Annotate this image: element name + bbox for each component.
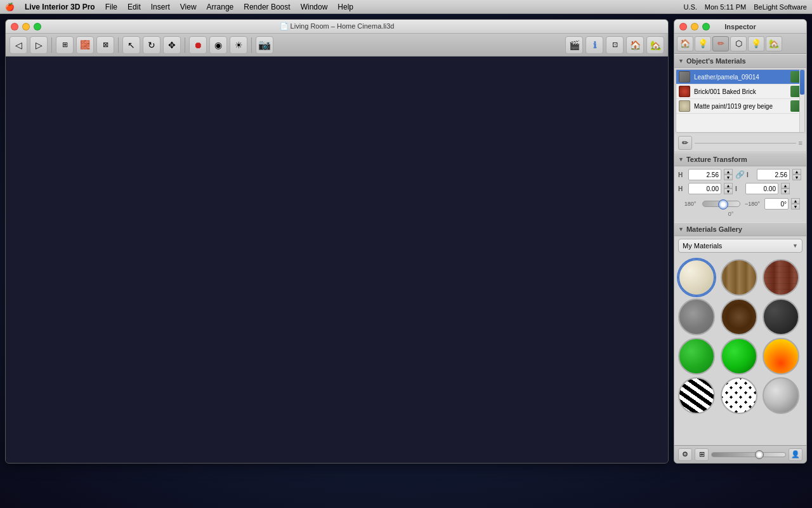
gallery-item-metal[interactable] — [763, 377, 799, 414]
2d-view-button[interactable]: ⊡ — [606, 36, 624, 54]
menu-country: U.S. — [683, 3, 697, 11]
bottom-slider-handle[interactable] — [755, 450, 764, 459]
bottom-gear-btn[interactable]: ⚙ — [678, 448, 692, 461]
gallery-item-green2[interactable] — [721, 338, 757, 375]
transform-row-width: H ▲ ▼ 🔗 I ▲ ▼ — [678, 169, 802, 180]
wall-button[interactable]: 🧱 — [76, 36, 94, 54]
gallery-section-header[interactable]: ▼ Materials Gallery — [674, 222, 806, 236]
house-button[interactable]: 🏠 — [626, 36, 644, 54]
offset-y-input[interactable] — [745, 183, 778, 194]
inspector-tool-exterior[interactable]: 🏡 — [766, 36, 782, 51]
gallery-item-green1[interactable] — [678, 338, 715, 375]
insert-menu[interactable]: Insert — [151, 3, 170, 11]
offset-y-down[interactable]: ▼ — [781, 189, 790, 194]
edit-menu[interactable]: Edit — [128, 3, 141, 11]
offset-y-label: I — [735, 185, 743, 192]
inspector-tool-light[interactable]: 💡 — [695, 36, 711, 51]
floor-plan-button[interactable]: ⊞ — [56, 36, 74, 54]
height-stepper-up[interactable]: ▲ — [792, 169, 801, 175]
materials-scrollbar-handle[interactable] — [800, 70, 804, 95]
info-button[interactable]: ℹ — [586, 36, 603, 54]
inspector-tool-material[interactable]: ✏ — [712, 36, 729, 51]
offset-x-down[interactable]: ▼ — [724, 189, 733, 194]
offset-x-stepper: ▲ ▼ — [724, 183, 733, 194]
sun-button[interactable]: ☀ — [230, 36, 247, 54]
eye-button[interactable]: ◉ — [209, 36, 227, 54]
render-button[interactable]: 🎬 — [565, 36, 583, 54]
record-button[interactable]: ⏺ — [189, 36, 207, 54]
gallery-item-fire[interactable] — [763, 338, 799, 375]
angle-down[interactable]: ▼ — [791, 204, 800, 210]
back-button[interactable]: ◁ — [10, 36, 27, 54]
window-maximize-btn[interactable] — [34, 23, 41, 30]
inspector-maximize-btn[interactable] — [702, 23, 710, 30]
width-input[interactable] — [688, 169, 721, 180]
view-menu[interactable]: View — [180, 3, 197, 11]
help-menu[interactable]: Help — [337, 3, 353, 11]
viewport[interactable] — [6, 57, 668, 463]
gallery-item-brick[interactable] — [763, 259, 799, 296]
inspector-tool-lamp[interactable]: 💡 — [748, 36, 764, 51]
inspector-close-btn[interactable] — [679, 23, 687, 30]
gallery-dropdown[interactable]: My Materials ▼ — [678, 239, 802, 253]
gallery-dropdown-row: My Materials ▼ — [674, 236, 806, 255]
angle-stepper: ▲ ▼ — [791, 198, 800, 210]
material-name-2: Matte paint/1019 grey beige — [694, 103, 787, 110]
height-label: I — [747, 171, 754, 178]
window-menu[interactable]: Window — [301, 3, 328, 11]
offset-y-up[interactable]: ▲ — [781, 183, 790, 189]
angle-input[interactable] — [764, 198, 789, 210]
materials-section-header[interactable]: ▼ Object's Materials — [674, 54, 806, 68]
move-button[interactable]: ✥ — [163, 36, 181, 54]
orbit-button[interactable]: ↻ — [143, 36, 160, 54]
view-button[interactable]: ⊠ — [96, 36, 114, 54]
camera-button[interactable]: 📷 — [256, 36, 273, 54]
bottom-grid-btn[interactable]: ⊞ — [695, 448, 709, 461]
window-close-btn[interactable] — [11, 23, 18, 30]
pencil-button[interactable]: ✏ — [678, 136, 692, 150]
window-minimize-btn[interactable] — [22, 23, 30, 30]
offset-x-input[interactable] — [688, 183, 721, 194]
material-swatch-0 — [679, 71, 690, 83]
width-stepper-up[interactable]: ▲ — [724, 169, 733, 175]
width-stepper-down[interactable]: ▼ — [724, 175, 733, 180]
angle-slider-handle[interactable] — [718, 199, 728, 210]
toolbar-sep-3 — [185, 37, 185, 53]
materials-scrollbar[interactable] — [799, 70, 804, 132]
gallery-item-black[interactable] — [763, 298, 799, 335]
apple-menu[interactable]: 🍎 — [5, 3, 15, 11]
gallery-item-wood2[interactable] — [721, 298, 757, 335]
gallery-item-spots[interactable] — [721, 377, 757, 414]
gallery-item-wood1[interactable] — [721, 259, 757, 296]
inspector-minimize-btn[interactable] — [691, 23, 698, 30]
material-item-2[interactable]: Matte paint/1019 grey beige — [676, 99, 804, 114]
forward-button[interactable]: ▷ — [30, 36, 48, 54]
material-item-0[interactable]: Leather/pamela_09014 — [676, 70, 804, 84]
materials-list[interactable]: Leather/pamela_09014 Brick/001 Baked Bri… — [676, 69, 805, 133]
inspector-controls — [679, 23, 710, 30]
arrange-menu[interactable]: Arrange — [207, 3, 234, 11]
angle-slider-track[interactable] — [702, 201, 740, 207]
select-button[interactable]: ↖ — [122, 36, 140, 54]
bottom-person-btn[interactable]: 👤 — [789, 448, 802, 461]
height-stepper-down[interactable]: ▼ — [792, 175, 801, 180]
link-icon[interactable]: 🔗 — [735, 170, 744, 179]
toolbar-right: 🎬 ℹ ⊡ 🏠 🏡 — [565, 36, 664, 54]
material-item-1[interactable]: Brick/001 Baked Brick — [676, 84, 804, 99]
gallery-item-concrete[interactable] — [678, 298, 715, 335]
height-input[interactable] — [757, 169, 790, 180]
exterior-button[interactable]: 🏡 — [646, 36, 664, 54]
render-boost-menu[interactable]: Render Boost — [244, 3, 290, 11]
bottom-slider-track[interactable] — [711, 452, 786, 457]
gallery-item-beige[interactable] — [678, 259, 715, 296]
gallery-item-zebra[interactable] — [678, 377, 715, 414]
inspector-tool-texture[interactable]: ⬡ — [730, 36, 747, 51]
inspector-tool-home[interactable]: 🏠 — [677, 36, 693, 51]
file-menu[interactable]: File — [105, 3, 117, 11]
texture-transform-header[interactable]: ▼ Texture Transform — [674, 152, 806, 166]
angle-up[interactable]: ▲ — [791, 198, 800, 204]
offset-x-up[interactable]: ▲ — [724, 183, 733, 189]
app-name[interactable]: Live Interior 3D Pro — [25, 3, 95, 11]
inspector-panel: Inspector 🏠 💡 ✏ ⬡ 💡 🏡 ▼ Object's Materia… — [674, 19, 807, 464]
angle-center-label: 0° — [728, 211, 734, 217]
